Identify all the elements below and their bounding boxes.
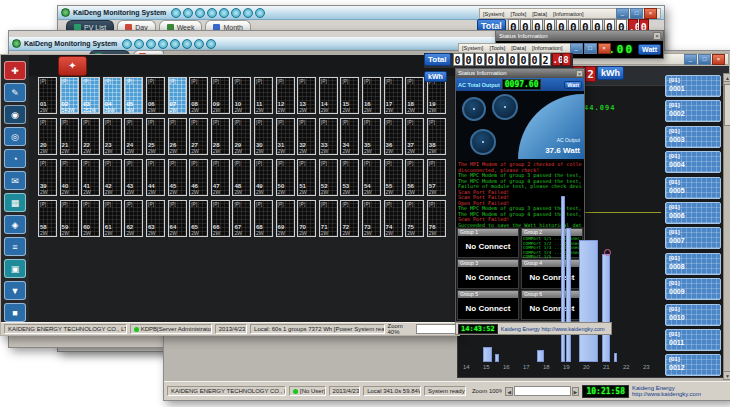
pv-tile[interactable]: [P]302W [254,118,273,155]
menu-item[interactable]: [Tools] [510,11,526,17]
pv-tile[interactable]: [P]112W [254,77,273,114]
panel-title-bar[interactable]: Status Information × [496,31,663,41]
pv-tile[interactable]: [P]162W [362,77,381,114]
menu-item[interactable]: [System] [483,11,504,17]
pv-tile[interactable]: [P]682W [254,200,273,237]
close-button[interactable]: × [712,54,725,65]
home-icon[interactable] [243,8,253,18]
maximize-button[interactable]: □ [698,54,711,65]
group-cell[interactable]: Group 5No Connect [457,290,519,320]
pv-tile[interactable]: [P]462W [189,159,208,196]
search-icon[interactable]: ◎ [4,127,26,146]
pv-tile[interactable]: [P]592W [60,200,79,237]
device-list-item[interactable]: [01]0006 [665,202,721,224]
pv-tile[interactable]: [P]362W [384,118,403,155]
pv-tile[interactable]: [P]542W [362,159,381,196]
menu-item[interactable]: [Information] [553,11,584,17]
pv-tile[interactable]: [P]552W [384,159,403,196]
pv-tile[interactable]: [P]012W [38,77,57,114]
pv-tile[interactable]: [P]202W [38,118,57,155]
layout-icon[interactable] [207,8,217,18]
device-list-item[interactable]: [01]0002 [665,100,721,122]
pv-tile[interactable]: [P]522W [319,159,338,196]
pv-tile[interactable]: [P]132W [297,77,316,114]
pv-tile[interactable]: [P]632W [146,200,165,237]
pv-tile[interactable]: [P]572W [427,159,446,196]
bolt-icon[interactable] [170,39,180,49]
device-list-item[interactable]: [01]0008 [665,253,721,275]
group-cell[interactable]: Group 1No Connect [457,228,519,258]
pv-tile[interactable]: [P]242W [124,118,143,155]
close-button[interactable]: × [598,43,611,54]
device-list-item[interactable]: [01]0011 [665,329,721,351]
pv-tile[interactable]: [P]212W [60,118,79,155]
menu-item[interactable]: [System] [462,45,483,51]
mail-icon[interactable] [231,8,241,18]
pv-tile[interactable]: [P]472W [211,159,230,196]
minimize-button[interactable]: _ [570,43,583,54]
pv-tile[interactable]: [P]452W [168,159,187,196]
pv-tile[interactable]: [P]272W [189,118,208,155]
watt-unit-button[interactable]: Watt [564,81,582,89]
device-list-item[interactable]: [01]0004 [665,151,721,173]
device-list-item[interactable]: [01]0009 [665,278,721,300]
refresh-icon[interactable] [171,8,181,18]
grid-icon[interactable]: ▦ [4,193,26,212]
panel-title-bar[interactable]: Status Information × [456,69,584,78]
pv-tile[interactable]: [P]062W [146,77,165,114]
close-button[interactable]: × [644,8,657,19]
pv-tile[interactable]: [P]102W [232,77,251,114]
pv-tile[interactable]: [P]342W [340,118,359,155]
pv-tile[interactable]: [P]602W [81,200,100,237]
pv-tile[interactable]: [P]752W [405,200,424,237]
group-cell[interactable]: Group 6No Connect [521,290,583,320]
pv-tile[interactable]: [P]322W [297,118,316,155]
pv-tile[interactable]: [P]0439W [103,77,122,114]
pv-tile[interactable]: [P]072W [168,77,187,114]
settings-icon[interactable] [134,39,144,49]
pv-tile[interactable]: [P]03252W [81,77,100,114]
pv-tile[interactable]: [P]382W [427,118,446,155]
pv-tile[interactable]: [P]02540W [60,77,79,114]
menu-item[interactable]: [Data] [532,11,547,17]
pv-tile[interactable]: [P]582W [38,200,57,237]
brand-link[interactable]: Kaideng Energy http://www.kaidengky.com [632,385,728,397]
pv-tile[interactable]: [P]732W [362,200,381,237]
pv-tile[interactable]: [P]122W [276,77,295,114]
menu-item[interactable]: [Information] [532,45,563,51]
pv-tile[interactable]: [P]712W [319,200,338,237]
scroll-thumb[interactable] [724,84,730,126]
pv-tile[interactable]: [P]742W [384,200,403,237]
zoom-left-button[interactable]: ◀ [505,387,513,396]
layout-icon[interactable] [158,39,168,49]
alarm-icon[interactable]: ✚ [4,61,26,80]
mail-icon[interactable] [182,39,192,49]
pv-tile[interactable]: [P]402W [60,159,79,196]
pv-tile[interactable]: [P]482W [232,159,251,196]
device-list-item[interactable]: [01]0001 [665,75,721,97]
pv-tile[interactable]: [P]332W [319,118,338,155]
list-icon[interactable]: ≡ [4,237,26,256]
mail-icon[interactable]: ✉ [4,171,26,190]
power-icon[interactable]: ◉ [4,105,26,124]
lock-icon[interactable] [146,39,156,49]
pv-tile[interactable]: [P]612W [103,200,122,237]
home-icon[interactable] [194,39,204,49]
close-icon[interactable]: × [653,32,661,40]
watt-unit-button[interactable]: Watt [638,44,661,55]
pv-tile[interactable]: [P]422W [103,159,122,196]
maximize-button[interactable]: □ [584,43,597,54]
power-icon[interactable] [206,39,216,49]
pv-tile[interactable]: [P]652W [189,200,208,237]
pv-tile[interactable]: [P]512W [297,159,316,196]
stop-icon[interactable]: ■ [4,303,26,322]
pv-tile[interactable]: [P]762W [427,200,446,237]
chart-icon[interactable]: ◈ [4,215,26,234]
settings-icon[interactable] [183,8,193,18]
pv-tile[interactable]: [P]562W [405,159,424,196]
pv-tile[interactable]: [P]312W [276,118,295,155]
pv-tile[interactable]: [P]412W [81,159,100,196]
pv-tile[interactable]: [P]372W [405,118,424,155]
pv-tile[interactable]: [P]262W [168,118,187,155]
pv-tile[interactable]: [P]282W [211,118,230,155]
